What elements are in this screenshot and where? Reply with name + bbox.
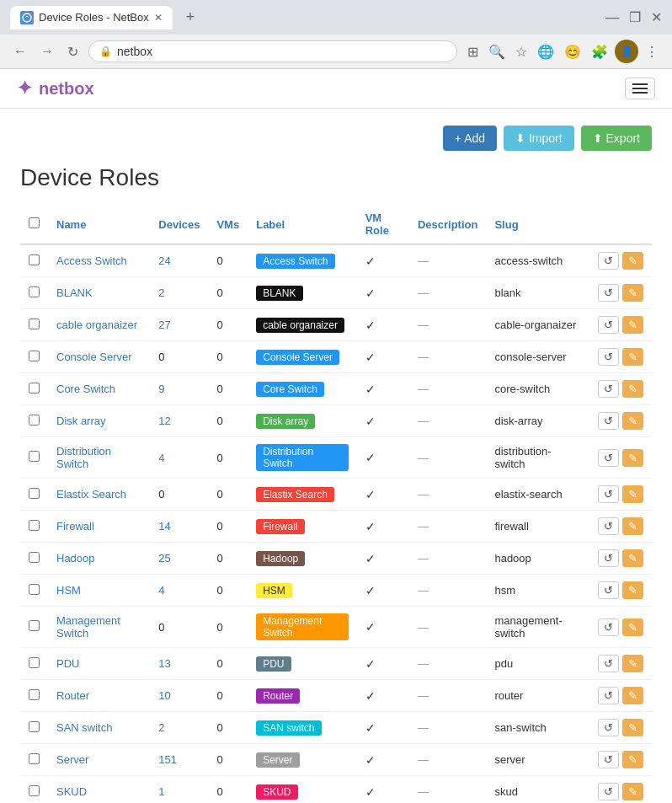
close-button[interactable]: ✕ — [651, 9, 662, 25]
name-link[interactable]: Management Switch — [56, 614, 120, 640]
row-checkbox[interactable] — [29, 488, 40, 499]
name-link[interactable]: SAN switch — [56, 721, 112, 734]
edit-button[interactable]: ✎ — [622, 549, 643, 567]
select-all-header[interactable] — [20, 205, 48, 244]
col-description[interactable]: Description — [409, 205, 487, 244]
row-checkbox-cell[interactable] — [20, 405, 48, 437]
reload-button[interactable]: ↻ — [64, 40, 82, 63]
translate-icon[interactable]: ⊞ — [464, 40, 482, 63]
edit-button[interactable]: ✎ — [622, 687, 643, 704]
edit-button[interactable]: ✎ — [622, 751, 643, 768]
edit-button[interactable]: ✎ — [622, 719, 643, 736]
name-link[interactable]: PDU — [56, 657, 79, 670]
row-checkbox[interactable] — [29, 254, 40, 265]
extensions-icon[interactable]: 🧩 — [588, 40, 611, 63]
name-link[interactable]: Distribution Switch — [56, 445, 111, 470]
back-button[interactable]: ← — [10, 40, 30, 62]
row-checkbox[interactable] — [29, 520, 40, 531]
edit-button[interactable]: ✎ — [622, 348, 643, 366]
import-button[interactable]: ⬇ Import — [504, 126, 574, 151]
name-link[interactable]: Disk array — [56, 415, 106, 427]
row-checkbox[interactable] — [29, 286, 40, 297]
maximize-button[interactable]: ❐ — [629, 9, 641, 25]
devices-link[interactable]: 1 — [158, 785, 164, 798]
reset-button[interactable]: ↺ — [598, 549, 619, 567]
reset-button[interactable]: ↺ — [598, 412, 619, 430]
new-tab-button[interactable]: + — [179, 5, 202, 29]
devices-link[interactable]: 4 — [158, 584, 164, 597]
reset-button[interactable]: ↺ — [598, 284, 619, 302]
edit-button[interactable]: ✎ — [622, 581, 643, 599]
name-link[interactable]: cable organaizer — [56, 319, 137, 331]
row-checkbox-cell[interactable] — [20, 244, 48, 277]
row-checkbox-cell[interactable] — [20, 607, 48, 648]
row-checkbox-cell[interactable] — [20, 309, 48, 341]
minimize-button[interactable]: — — [605, 9, 619, 25]
edit-button[interactable]: ✎ — [622, 485, 643, 503]
devices-link[interactable]: 4 — [158, 452, 164, 464]
row-checkbox[interactable] — [29, 383, 40, 393]
reset-button[interactable]: ↺ — [598, 751, 619, 768]
bookmark-icon[interactable]: ☆ — [512, 40, 531, 63]
select-all-checkbox[interactable] — [29, 217, 40, 228]
devices-link[interactable]: 24 — [158, 254, 170, 267]
row-checkbox-cell[interactable] — [20, 648, 48, 680]
reset-button[interactable]: ↺ — [598, 517, 619, 535]
row-checkbox[interactable] — [29, 351, 40, 361]
address-bar[interactable]: 🔒 netbox — [88, 40, 457, 62]
devices-link[interactable]: 151 — [158, 753, 177, 766]
devices-link[interactable]: 10 — [158, 689, 170, 702]
export-button[interactable]: ⬆ Export — [581, 126, 652, 151]
name-link[interactable]: Access Switch — [56, 254, 127, 267]
tab-close-icon[interactable]: ✕ — [154, 12, 163, 24]
edit-button[interactable]: ✎ — [622, 316, 643, 334]
edit-button[interactable]: ✎ — [622, 517, 643, 535]
row-checkbox-cell[interactable] — [20, 277, 48, 309]
globe-icon[interactable]: 🌐 — [534, 40, 557, 63]
edit-button[interactable]: ✎ — [622, 783, 643, 800]
row-checkbox-cell[interactable] — [20, 712, 48, 744]
avatar[interactable]: 👤 — [615, 40, 638, 63]
name-link[interactable]: SKUD — [56, 785, 87, 798]
edit-button[interactable]: ✎ — [622, 618, 643, 636]
name-link[interactable]: Firewall — [56, 520, 94, 533]
col-vm-role[interactable]: VM Role — [357, 205, 409, 244]
hamburger-menu[interactable] — [625, 78, 655, 99]
devices-link[interactable]: 2 — [158, 721, 164, 734]
row-checkbox[interactable] — [29, 721, 40, 732]
reset-button[interactable]: ↺ — [598, 719, 619, 736]
row-checkbox[interactable] — [29, 451, 40, 462]
edit-button[interactable]: ✎ — [622, 284, 643, 302]
row-checkbox-cell[interactable] — [20, 680, 48, 712]
edit-button[interactable]: ✎ — [622, 449, 643, 467]
browser-tab[interactable]: Device Roles - NetBox ✕ — [10, 6, 173, 29]
col-devices[interactable]: Devices — [150, 205, 208, 244]
search-icon[interactable]: 🔍 — [485, 40, 509, 63]
edit-button[interactable]: ✎ — [622, 380, 643, 398]
edit-button[interactable]: ✎ — [622, 252, 643, 270]
devices-link[interactable]: 9 — [158, 383, 164, 395]
name-link[interactable]: Core Switch — [56, 383, 115, 395]
row-checkbox[interactable] — [29, 584, 40, 595]
reset-button[interactable]: ↺ — [598, 783, 619, 800]
devices-link[interactable]: 14 — [158, 520, 170, 533]
col-label[interactable]: Label — [248, 205, 357, 244]
row-checkbox-cell[interactable] — [20, 479, 48, 511]
row-checkbox[interactable] — [29, 753, 40, 764]
forward-button[interactable]: → — [37, 40, 57, 62]
row-checkbox[interactable] — [29, 785, 40, 796]
reset-button[interactable]: ↺ — [598, 252, 619, 270]
row-checkbox-cell[interactable] — [20, 543, 48, 575]
devices-link[interactable]: 13 — [158, 657, 170, 670]
devices-link[interactable]: 2 — [158, 286, 164, 299]
reset-button[interactable]: ↺ — [598, 316, 619, 334]
col-vms[interactable]: VMs — [208, 205, 248, 244]
row-checkbox-cell[interactable] — [20, 744, 48, 776]
add-button[interactable]: + Add — [443, 126, 497, 151]
menu-icon[interactable]: ⋮ — [642, 40, 662, 63]
reset-button[interactable]: ↺ — [598, 348, 619, 366]
row-checkbox[interactable] — [29, 552, 40, 563]
reset-button[interactable]: ↺ — [598, 380, 619, 398]
name-link[interactable]: Server — [56, 753, 88, 766]
col-slug[interactable]: Slug — [486, 205, 589, 244]
